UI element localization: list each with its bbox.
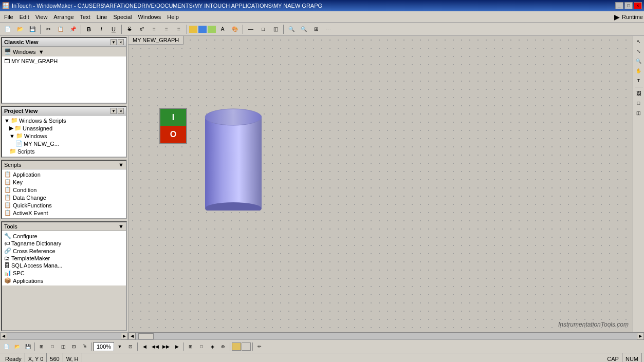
left-scroll-left[interactable]: ◀ bbox=[0, 333, 7, 340]
bt-btn13[interactable]: ⊕ bbox=[218, 341, 228, 352]
font-color-button[interactable]: A bbox=[217, 24, 228, 34]
tool-cross-reference[interactable]: 🔗 Cross Reference bbox=[3, 247, 125, 255]
color3-button[interactable] bbox=[208, 26, 216, 33]
bt-btn9[interactable]: ▶ bbox=[172, 341, 182, 352]
tool-spc[interactable]: 📊 SPC bbox=[3, 269, 125, 277]
script-activex[interactable]: 📋 ActiveX Event bbox=[3, 209, 125, 217]
line-color-button[interactable]: — bbox=[245, 24, 256, 34]
open-button[interactable]: 📂 bbox=[14, 24, 26, 34]
project-scripts[interactable]: 📁 Scripts bbox=[3, 147, 125, 155]
project-unassigned[interactable]: ▶ 📁 Unassigned bbox=[3, 124, 125, 132]
script-quickfunctions[interactable]: 📋 QuickFunctions bbox=[3, 201, 125, 209]
bt-btn11[interactable]: □ bbox=[196, 341, 207, 352]
new-button[interactable]: 📄 bbox=[2, 24, 13, 34]
canvas-area[interactable]: MY NEW_GRAPH I O bbox=[128, 36, 633, 332]
bt-btn12[interactable]: ◈ bbox=[207, 341, 217, 352]
bold-button[interactable]: B bbox=[83, 24, 95, 34]
project-view-dropdown[interactable]: ▼ bbox=[111, 108, 117, 114]
italic-button[interactable]: I bbox=[96, 24, 107, 34]
align-right-button[interactable]: ≡ bbox=[173, 24, 185, 34]
rt-text[interactable]: T bbox=[634, 76, 643, 85]
grid-button[interactable]: ⊞ bbox=[310, 24, 322, 34]
menu-help[interactable]: Help bbox=[164, 13, 182, 21]
more-button[interactable]: ⋯ bbox=[323, 24, 334, 34]
cut-button[interactable]: ✂ bbox=[43, 24, 54, 34]
bt-btn6[interactable]: ◀ bbox=[139, 341, 150, 352]
paste-button[interactable]: 📌 bbox=[67, 24, 79, 34]
classic-view-item-graph[interactable]: 🗔 MY NEW_GRAPH bbox=[3, 58, 125, 65]
menu-view[interactable]: View bbox=[32, 13, 51, 21]
bt-expand[interactable]: ⊡ bbox=[125, 341, 136, 352]
bt-btn2[interactable]: □ bbox=[47, 341, 58, 352]
project-windows-scripts[interactable]: ▼ 📁 Windows & Scripts bbox=[3, 117, 125, 124]
fill-color-button[interactable]: 🎨 bbox=[229, 24, 241, 34]
project-my-new-graph[interactable]: 📄 MY NEW_G... bbox=[3, 140, 125, 147]
rt-pan[interactable]: ✋ bbox=[634, 66, 643, 75]
canvas-tab[interactable]: MY NEW_GRAPH bbox=[128, 36, 183, 45]
project-view-close[interactable]: × bbox=[118, 108, 124, 114]
bt-btn8[interactable]: ▶▶ bbox=[161, 341, 171, 352]
tool-tagname-dictionary[interactable]: 🏷 Tagname Dictionary bbox=[3, 240, 125, 247]
rt-pointer[interactable]: ↖ bbox=[634, 37, 643, 46]
maximize-button[interactable]: □ bbox=[624, 2, 633, 9]
bt-new[interactable]: 📄 bbox=[1, 341, 11, 352]
align-left-button[interactable]: ≡ bbox=[149, 24, 160, 34]
zoom-in-button[interactable]: 🔍 bbox=[286, 24, 297, 34]
tool-applications[interactable]: 📦 Applications bbox=[3, 277, 125, 284]
bt-btn1[interactable]: ⊞ bbox=[36, 341, 47, 352]
script-datachange[interactable]: 📋 Data Change bbox=[3, 194, 125, 201]
bt-save[interactable]: 💾 bbox=[23, 341, 33, 352]
tool-sql-access[interactable]: 🗄 SQL Access Mana... bbox=[3, 262, 125, 269]
superscript-button[interactable]: x² bbox=[136, 24, 148, 34]
runtime-label[interactable]: Runtime bbox=[622, 14, 643, 20]
close-button[interactable]: × bbox=[634, 2, 642, 9]
minimize-button[interactable]: _ bbox=[615, 2, 623, 9]
canvas-scroll-thumb[interactable] bbox=[138, 333, 154, 339]
switch-off[interactable]: O bbox=[160, 126, 186, 143]
script-condition[interactable]: 📋 Condition bbox=[3, 186, 125, 194]
bt-grid1[interactable] bbox=[232, 342, 241, 351]
menu-line[interactable]: Line bbox=[94, 13, 111, 21]
menu-arrange[interactable]: Arrange bbox=[50, 13, 77, 21]
classic-view-dropdown[interactable]: ▼ bbox=[111, 39, 117, 45]
color1-button[interactable] bbox=[189, 26, 197, 33]
tools-arrow-icon[interactable]: ▼ bbox=[118, 223, 124, 230]
left-scroll-right[interactable]: ▶ bbox=[121, 333, 128, 340]
bt-btn5[interactable]: 🖱 bbox=[80, 341, 90, 352]
canvas-scroll-left[interactable]: ◀ bbox=[128, 333, 136, 340]
color2-button[interactable] bbox=[198, 26, 207, 33]
project-windows[interactable]: ▼ 📁 Windows bbox=[3, 132, 125, 140]
menu-edit[interactable]: Edit bbox=[16, 13, 32, 21]
menu-file[interactable]: File bbox=[1, 13, 16, 21]
cylinder-object[interactable] bbox=[203, 103, 264, 211]
bt-zoom-dropdown[interactable]: ▼ bbox=[115, 341, 125, 352]
scripts-arrow-icon[interactable]: ▼ bbox=[118, 162, 124, 168]
bt-btn3[interactable]: ◫ bbox=[58, 341, 68, 352]
bt-btn10[interactable]: ⊞ bbox=[186, 341, 196, 352]
copy-button[interactable]: 📋 bbox=[55, 24, 66, 34]
bt-open[interactable]: 📂 bbox=[12, 341, 22, 352]
switch-on[interactable]: I bbox=[160, 109, 186, 126]
underline-button[interactable]: U bbox=[108, 24, 119, 34]
tool-templatemaker[interactable]: 🗂 TemplateMaker bbox=[3, 255, 125, 262]
bt-btn7[interactable]: ◀◀ bbox=[150, 341, 160, 352]
menu-special[interactable]: Special bbox=[110, 13, 135, 21]
save-button[interactable]: 💾 bbox=[27, 24, 38, 34]
rt-zoom[interactable]: 🔍 bbox=[634, 56, 643, 66]
switch-object[interactable]: I O bbox=[159, 108, 187, 144]
classic-view-close[interactable]: × bbox=[118, 39, 124, 45]
bt-btn4[interactable]: ⊡ bbox=[69, 341, 79, 352]
menu-windows[interactable]: Windows bbox=[135, 13, 164, 21]
canvas-scroll-right[interactable]: ▶ bbox=[637, 333, 644, 340]
script-application[interactable]: 📋 Application bbox=[3, 170, 125, 178]
tool-configure[interactable]: 🔧 Configure bbox=[3, 232, 125, 240]
zoom-out-button[interactable]: 🔍 bbox=[298, 24, 309, 34]
shadow-button[interactable]: ◫ bbox=[270, 24, 281, 34]
align-center-button[interactable]: ≡ bbox=[161, 24, 172, 34]
border-button[interactable]: □ bbox=[257, 24, 269, 34]
rt-fill[interactable]: ◫ bbox=[634, 108, 643, 118]
rt-shape[interactable]: □ bbox=[634, 99, 643, 108]
script-key[interactable]: 📋 Key bbox=[3, 178, 125, 186]
menu-text[interactable]: Text bbox=[77, 13, 94, 21]
strikethrough-button[interactable]: S bbox=[124, 24, 135, 34]
